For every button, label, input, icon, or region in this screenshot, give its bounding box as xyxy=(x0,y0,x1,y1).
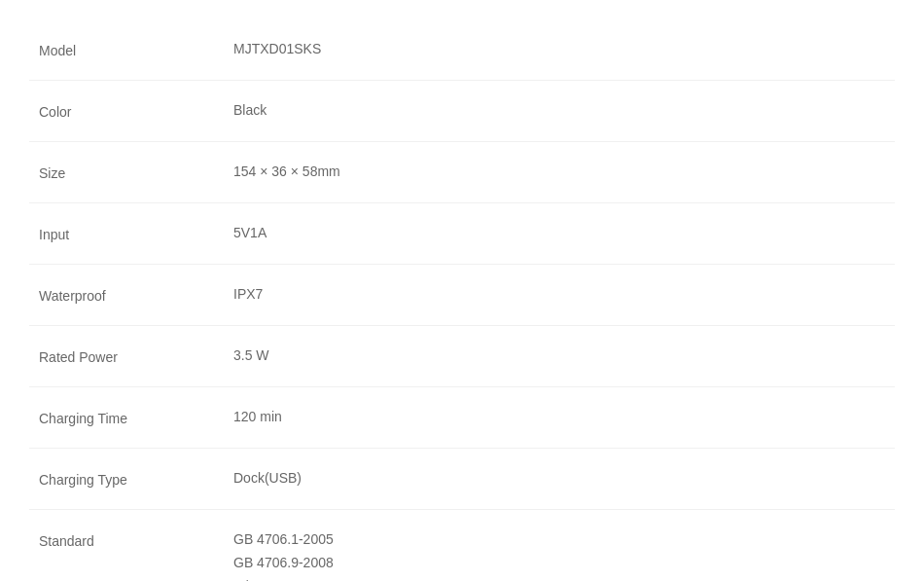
spec-label-charging-type: Charging Type xyxy=(39,470,233,488)
spec-row-size: Size154 × 36 × 58mm xyxy=(29,142,895,203)
spec-row-standard: StandardGB 4706.1-2005GB 4706.9-2008Q/SK… xyxy=(29,510,895,581)
spec-value-model: MJTXD01SKS xyxy=(233,41,885,56)
spec-row-waterproof: WaterproofIPX7 xyxy=(29,265,895,326)
spec-value-standard-item: GB 4706.1-2005 xyxy=(233,531,885,547)
spec-label-standard: Standard xyxy=(39,531,233,549)
spec-row-input: Input5V1A xyxy=(29,203,895,265)
spec-label-charging-time: Charging Time xyxy=(39,409,233,426)
spec-label-input: Input xyxy=(39,225,233,242)
spec-label-model: Model xyxy=(39,41,233,58)
spec-row-charging-type: Charging TypeDock(USB) xyxy=(29,449,895,510)
spec-value-waterproof: IPX7 xyxy=(233,286,885,302)
spec-value-standard-item: GB 4706.9-2008 xyxy=(233,555,885,570)
spec-label-size: Size xyxy=(39,163,233,181)
spec-row-model: ModelMJTXD01SKS xyxy=(29,19,895,81)
spec-label-waterproof: Waterproof xyxy=(39,286,233,304)
spec-value-charging-time: 120 min xyxy=(233,409,885,424)
spec-label-rated-power: Rated Power xyxy=(39,347,233,365)
spec-value-rated-power: 3.5 W xyxy=(233,347,885,363)
spec-row-color: ColorBlack xyxy=(29,81,895,142)
spec-value-charging-type: Dock(USB) xyxy=(233,470,885,486)
spec-row-rated-power: Rated Power3.5 W xyxy=(29,326,895,387)
spec-value-size: 154 × 36 × 58mm xyxy=(233,163,885,179)
spec-value-standard: GB 4706.1-2005GB 4706.9-2008Q/SKS 004-20… xyxy=(233,531,885,581)
spec-row-charging-time: Charging Time120 min xyxy=(29,387,895,449)
spec-label-color: Color xyxy=(39,102,233,120)
spec-value-color: Black xyxy=(233,102,885,118)
specs-table: ModelMJTXD01SKSColorBlackSize154 × 36 × … xyxy=(0,0,924,581)
spec-value-input: 5V1A xyxy=(233,225,885,240)
